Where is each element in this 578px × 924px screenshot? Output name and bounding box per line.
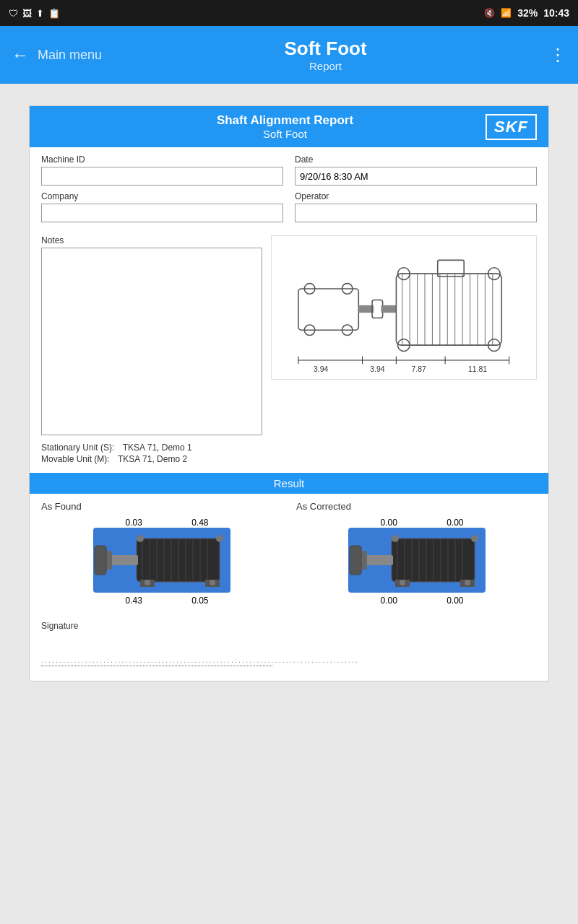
as-corrected-label: As Corrected [296, 501, 537, 512]
report-header-title: Shaft Alignment Report [85, 113, 486, 128]
report-header-text: Shaft Alignment Report Soft Foot [85, 113, 486, 140]
back-button[interactable]: ← [12, 45, 29, 65]
skf-logo: SKF [486, 114, 537, 140]
as-found-motor-svg [93, 528, 230, 593]
machine-id-label: Machine ID [41, 154, 283, 165]
notes-section: Notes [41, 235, 262, 438]
svg-rect-53 [108, 555, 138, 565]
svg-point-57 [216, 535, 223, 542]
image-icon: 🖼 [22, 8, 32, 19]
as-found-bottom-values: 0.43 0.05 [93, 596, 230, 606]
date-group: Date [295, 154, 537, 186]
svg-rect-55 [95, 546, 106, 575]
as-corrected-motor-svg [348, 528, 486, 593]
upload-icon: ⬆ [36, 8, 44, 19]
as-found-diagram: 0.03 0.48 [93, 518, 230, 606]
overflow-menu-button[interactable]: ⋮ [549, 45, 566, 65]
date-input[interactable] [295, 167, 537, 186]
as-corrected-col: As Corrected 0.00 0.00 [296, 501, 537, 606]
svg-point-72 [400, 580, 405, 585]
as-found-bottom-left: 0.43 [126, 596, 142, 606]
svg-rect-6 [372, 300, 383, 318]
machine-id-group: Machine ID [41, 154, 283, 186]
stationary-value: TKSA 71, Demo 1 [123, 443, 192, 453]
svg-rect-8 [397, 274, 502, 345]
svg-rect-5 [359, 305, 374, 313]
operator-label: Operator [295, 191, 537, 201]
stationary-label: Stationary Unit (S): [41, 443, 114, 453]
company-input[interactable] [41, 204, 283, 222]
as-found-col: As Found 0.03 0.48 [41, 501, 282, 606]
mute-icon: 🔇 [484, 8, 495, 18]
report-header: Shaft Alignment Report Soft Foot SKF [30, 106, 548, 147]
shield-icon: 🛡 [9, 8, 18, 19]
as-found-bottom-right: 0.05 [191, 596, 208, 606]
date-label: Date [295, 154, 537, 165]
svg-point-77 [392, 535, 399, 542]
operator-input[interactable] [295, 204, 537, 222]
as-found-top-values: 0.03 0.48 [93, 518, 230, 528]
svg-rect-74 [363, 555, 393, 565]
movable-label: Movable Unit (M): [41, 454, 110, 464]
as-corrected-top-left: 0.00 [381, 518, 397, 528]
operator-group: Operator [295, 191, 537, 222]
main-content: Shaft Alignment Report Soft Foot SKF Mac… [0, 84, 578, 924]
signature-line: ........................................… [41, 653, 272, 666]
stationary-unit: Stationary Unit (S): TKSA 71, Demo 1 [41, 443, 537, 453]
report-header-subtitle: Soft Foot [85, 128, 486, 140]
svg-text:3.94: 3.94 [371, 365, 385, 373]
main-menu-label[interactable]: Main menu [38, 48, 102, 63]
svg-rect-76 [350, 546, 361, 575]
company-label: Company [41, 191, 283, 201]
units-info: Stationary Unit (S): TKSA 71, Demo 1 Mov… [30, 438, 548, 468]
app-bar-center: Soft Foot Report [102, 38, 549, 72]
signature-label: Signature [41, 621, 537, 631]
machine-id-input[interactable] [41, 167, 283, 186]
as-corrected-top-right: 0.00 [447, 518, 463, 528]
svg-point-73 [465, 580, 470, 585]
result-bar: Result [30, 473, 548, 494]
svg-point-52 [210, 580, 215, 585]
notes-textarea[interactable] [41, 248, 262, 435]
status-bar: 🛡 🖼 ⬆ 📋 🔇 📶 32% 10:43 [0, 0, 578, 26]
form-row-2: Company Operator [41, 191, 537, 222]
time-display: 10:43 [543, 7, 569, 19]
clipboard-icon: 📋 [48, 8, 60, 19]
svg-point-51 [144, 580, 150, 585]
svg-point-56 [137, 535, 144, 542]
movable-unit: Movable Unit (M): TKSA 71, Demo 2 [41, 454, 537, 464]
alignment-diagram-svg: 3.94 3.94 7.87 11.81 [271, 235, 537, 380]
signature-section: Signature ..............................… [30, 614, 548, 681]
movable-value: TKSA 71, Demo 2 [118, 454, 187, 464]
svg-text:11.81: 11.81 [468, 365, 487, 373]
wifi-icon: 📶 [501, 8, 512, 18]
svg-rect-7 [381, 305, 397, 313]
as-corrected-bottom-left: 0.00 [381, 596, 397, 606]
svg-rect-0 [298, 289, 358, 330]
app-title: Soft Foot [102, 38, 549, 60]
as-corrected-diagram: 0.00 0.00 [348, 518, 486, 606]
as-found-top-right: 0.48 [191, 518, 208, 528]
status-right: 🔇 📶 32% 10:43 [484, 7, 569, 19]
diagram-section: 3.94 3.94 7.87 11.81 [271, 235, 537, 438]
company-group: Company [41, 191, 283, 222]
findings-row: As Found 0.03 0.48 [30, 494, 548, 614]
notes-label: Notes [41, 235, 262, 245]
as-found-top-left: 0.03 [126, 518, 142, 528]
as-corrected-bottom-right: 0.00 [447, 596, 463, 606]
svg-point-78 [471, 535, 478, 542]
form-section: Machine ID Date Company Operator [30, 147, 548, 235]
app-subtitle: Report [102, 60, 549, 72]
as-found-label: As Found [41, 501, 282, 512]
report-card: Shaft Alignment Report Soft Foot SKF Mac… [29, 105, 549, 681]
result-label: Result [274, 477, 305, 489]
app-bar-left: ← Main menu [12, 45, 102, 65]
as-corrected-top-values: 0.00 0.00 [348, 518, 486, 528]
app-bar: ← Main menu Soft Foot Report ⋮ [0, 26, 578, 84]
form-row-1: Machine ID Date [41, 154, 537, 186]
battery-level: 32% [517, 7, 538, 19]
as-corrected-bottom-values: 0.00 0.00 [348, 596, 486, 606]
svg-text:3.94: 3.94 [314, 365, 328, 373]
status-icons: 🛡 🖼 ⬆ 📋 [9, 8, 60, 19]
notes-diagram-row: Notes [30, 235, 548, 438]
